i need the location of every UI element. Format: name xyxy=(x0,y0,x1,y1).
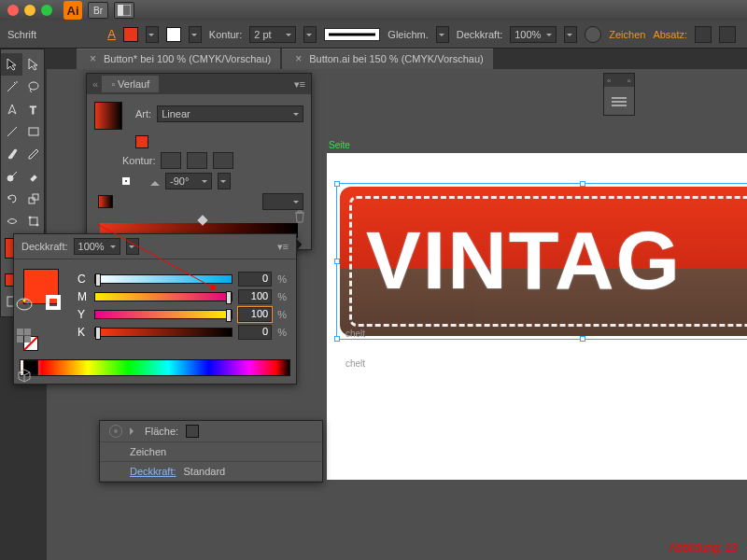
yellow-value[interactable]: 100 xyxy=(238,307,272,322)
gradient-midpoint[interactable] xyxy=(197,215,207,225)
eraser-tool[interactable] xyxy=(22,165,44,188)
window-close[interactable] xyxy=(7,5,19,16)
absatz-link[interactable]: Absatz: xyxy=(653,29,687,40)
cyan-value[interactable]: 0 xyxy=(238,272,272,287)
svg-rect-8 xyxy=(33,194,38,200)
magic-wand-tool[interactable] xyxy=(1,76,22,98)
blob-brush-tool[interactable] xyxy=(1,165,22,188)
selection-outline xyxy=(336,183,747,340)
magenta-value[interactable]: 100 xyxy=(238,289,272,304)
stroke-gradient-btn-2[interactable] xyxy=(187,152,207,169)
direct-selection-tool[interactable] xyxy=(22,53,44,76)
paintbrush-tool[interactable] xyxy=(1,143,22,165)
window-minimize[interactable] xyxy=(24,5,35,16)
panel-menu-icon[interactable]: ▾≡ xyxy=(294,78,305,91)
selection-tool[interactable] xyxy=(1,53,22,76)
gradient-stroke-swatch[interactable] xyxy=(122,177,130,185)
document-tab-2[interactable]: × Button.ai bei 150 % (CMYK/Vorschau) xyxy=(282,49,493,69)
scale-tool[interactable] xyxy=(22,188,44,210)
free-transform-tool[interactable] xyxy=(22,210,44,232)
deckkraft-label: Deckkraft: xyxy=(457,29,503,40)
selection-handle[interactable] xyxy=(334,336,340,342)
selection-handle[interactable] xyxy=(334,259,340,264)
selection-handle[interactable] xyxy=(334,181,340,187)
color-panel-icon[interactable] xyxy=(13,293,35,315)
opacity-link[interactable]: Deckkraft: xyxy=(130,466,176,477)
rotate-tool[interactable] xyxy=(1,188,22,210)
stroke-style-preview[interactable] xyxy=(324,28,380,41)
cyan-slider[interactable] xyxy=(94,274,233,284)
black-value[interactable]: 0 xyxy=(238,325,272,340)
line-tool[interactable] xyxy=(1,120,22,143)
collapse-icon[interactable]: « xyxy=(92,78,98,90)
stroke-weight-field[interactable] xyxy=(249,26,296,43)
schrift-label: Schrift xyxy=(7,29,36,40)
black-slider[interactable] xyxy=(94,328,233,337)
stroke-gradient-btn-1[interactable] xyxy=(161,152,181,169)
appearance-row-opacity[interactable]: Deckkraft: Standard xyxy=(100,462,322,482)
close-icon[interactable]: × xyxy=(627,77,631,85)
width-tool[interactable] xyxy=(1,210,22,232)
bridge-button[interactable]: Br xyxy=(88,2,108,19)
rectangle-tool[interactable] xyxy=(22,120,44,143)
fill-dropdown[interactable] xyxy=(146,26,159,43)
yellow-slider[interactable] xyxy=(94,310,233,319)
reverse-gradient[interactable] xyxy=(98,195,113,208)
hamburger-icon[interactable] xyxy=(612,95,627,108)
angle-icon xyxy=(150,176,160,186)
layout-button[interactable] xyxy=(114,2,134,19)
visibility-icon[interactable] xyxy=(109,425,122,438)
swatches-panel-icon[interactable] xyxy=(13,325,35,347)
color-stroke-swatch[interactable] xyxy=(46,295,61,310)
lasso-tool[interactable] xyxy=(22,76,44,98)
trash-icon[interactable] xyxy=(294,210,305,223)
fill-swatch[interactable] xyxy=(123,27,138,42)
stop-opacity-field[interactable] xyxy=(74,238,120,255)
panel-menu-icon[interactable]: ▾≡ xyxy=(277,241,289,253)
zeichen-link[interactable]: Zeichen xyxy=(609,29,645,40)
document-tab-1[interactable]: × Button* bei 100 % (CMYK/Vorschau) xyxy=(77,49,280,69)
gradient-type-select[interactable]: Linear xyxy=(157,105,303,122)
stroke-swatch[interactable] xyxy=(166,27,181,42)
titlebar: Ai Br xyxy=(0,0,747,21)
aspect-field[interactable] xyxy=(262,193,303,210)
style-dropdown[interactable] xyxy=(564,26,577,43)
disclosure-icon[interactable] xyxy=(130,427,137,435)
align-left-button[interactable] xyxy=(695,26,712,43)
artboard[interactable]: VINTAG xyxy=(327,153,747,480)
selection-handle[interactable] xyxy=(580,336,585,342)
appearance-row-fill[interactable]: Fläche: xyxy=(100,421,322,442)
pencil-tool[interactable] xyxy=(22,143,44,165)
svg-text:T: T xyxy=(30,105,36,116)
close-icon[interactable]: × xyxy=(90,52,96,65)
appearance-row-char[interactable]: Zeichen xyxy=(100,442,322,462)
magenta-slider[interactable] xyxy=(94,292,233,301)
selection-handle[interactable] xyxy=(580,181,585,187)
char-style-icon[interactable]: A xyxy=(107,27,116,41)
angle-dropdown[interactable] xyxy=(218,173,231,189)
panel-tab[interactable]: ◦Verlauf xyxy=(102,76,159,92)
panel-header[interactable]: « ◦Verlauf ▾≡ xyxy=(87,74,311,94)
gradient-preview[interactable] xyxy=(94,102,122,130)
collapse-icon[interactable]: « xyxy=(607,77,611,85)
stop-opacity-dropdown[interactable] xyxy=(126,238,139,255)
stroke-weight-dropdown[interactable] xyxy=(303,26,317,43)
fill-color-swatch[interactable] xyxy=(186,425,199,438)
stroke-dropdown[interactable] xyxy=(189,26,202,43)
align-center-button[interactable] xyxy=(719,26,736,43)
stroke-gradient-btn-3[interactable] xyxy=(213,152,233,169)
gradient-fill-swatch[interactable] xyxy=(135,135,148,148)
brush-dropdown[interactable] xyxy=(436,26,449,43)
svg-point-18 xyxy=(20,301,22,304)
close-icon[interactable]: × xyxy=(295,52,302,65)
collapsed-panel[interactable]: «× xyxy=(603,73,635,116)
type-tool[interactable]: T xyxy=(22,98,44,120)
opacity-field[interactable] xyxy=(510,26,557,43)
window-zoom[interactable] xyxy=(41,5,52,16)
spectrum-picker[interactable] xyxy=(20,359,290,376)
pen-tool[interactable] xyxy=(1,98,22,120)
3d-panel-icon[interactable] xyxy=(13,364,35,386)
svg-rect-5 xyxy=(29,128,38,135)
recolor-button[interactable] xyxy=(585,26,601,43)
angle-field[interactable] xyxy=(165,173,212,189)
